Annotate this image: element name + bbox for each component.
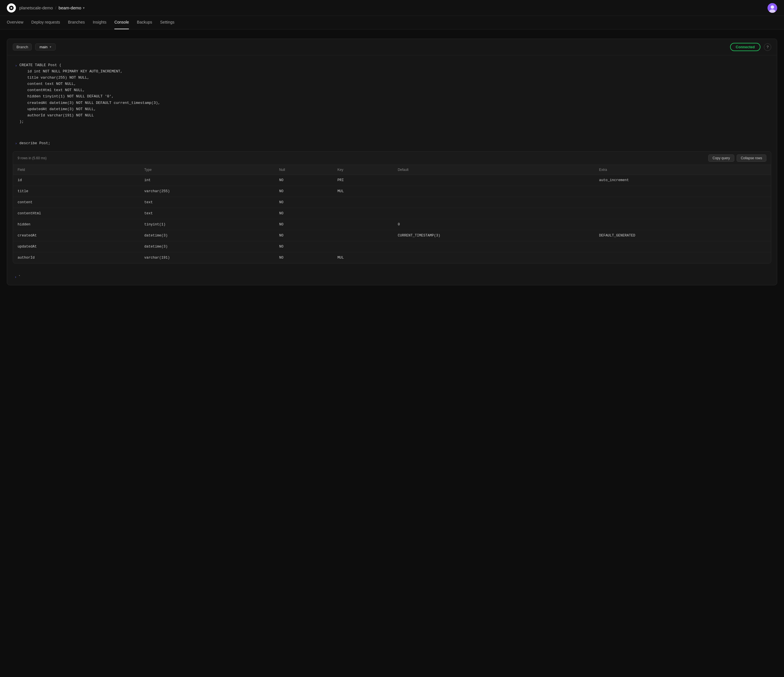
cell-extra	[594, 241, 771, 252]
cell-null: NO	[275, 197, 333, 208]
collapse-rows-button[interactable]: Collapse rows	[737, 154, 766, 162]
cell-default	[393, 252, 594, 263]
cell-field: updatedAt	[13, 241, 140, 252]
table-row: contentHtmltextNO	[13, 208, 771, 219]
branch-chevron-icon: ▾	[50, 45, 51, 49]
code-line-close: );	[19, 119, 160, 125]
branch-select[interactable]: main ▾	[35, 44, 56, 51]
branch-label: Branch	[13, 44, 32, 51]
nav-overview[interactable]: Overview	[7, 16, 23, 29]
cell-null: NO	[275, 241, 333, 252]
cell-field: authorId	[13, 252, 140, 263]
cell-extra	[594, 208, 771, 219]
cell-field: hidden	[13, 219, 140, 230]
describe-command: describe Post;	[19, 141, 50, 145]
cursor-chevron-icon: ›	[15, 275, 16, 279]
cell-field: title	[13, 186, 140, 197]
branch-value: main	[39, 45, 47, 49]
cell-key: PRI	[333, 174, 393, 186]
help-icon[interactable]: ?	[764, 44, 771, 51]
cell-type: text	[140, 197, 274, 208]
cursor-line: › `	[7, 269, 777, 285]
cell-default	[393, 208, 594, 219]
code-area: › CREATE TABLE Post ( id int NOT NULL PR…	[7, 55, 777, 139]
nav-branches[interactable]: Branches	[68, 16, 85, 29]
results-area: 9 rows in (5.60 ms) Copy query Collapse …	[13, 151, 771, 263]
code-line-authorid: authorId varchar(191) NOT NULL	[19, 112, 160, 119]
cell-type: varchar(255)	[140, 186, 274, 197]
cell-default	[393, 197, 594, 208]
code-line-content: content text NOT NULL,	[19, 81, 160, 87]
create-table-block: › CREATE TABLE Post ( id int NOT NULL PR…	[15, 62, 769, 125]
cell-default	[393, 186, 594, 197]
results-meta: 9 rows in (5.60 ms)	[18, 156, 47, 160]
code-line-id: id int NOT NULL PRIMARY KEY AUTO_INCREME…	[19, 68, 160, 75]
cell-null: NO	[275, 230, 333, 241]
table-row: updatedAtdatetime(3)NO	[13, 241, 771, 252]
nav-deploy-requests[interactable]: Deploy requests	[31, 16, 60, 29]
cell-key: MUL	[333, 186, 393, 197]
cell-null: NO	[275, 174, 333, 186]
topbar: planetscale-demo / beam-demo ▾	[0, 0, 784, 16]
table-row: contenttextNO	[13, 197, 771, 208]
cell-null: NO	[275, 186, 333, 197]
table-row: authorIdvarchar(191)NOMUL	[13, 252, 771, 263]
cell-default: 0	[393, 219, 594, 230]
cursor-tick: `	[19, 275, 21, 279]
cell-key: MUL	[333, 252, 393, 263]
col-type: Type	[140, 165, 274, 175]
code-line-create: CREATE TABLE Post (	[19, 62, 160, 68]
table-row: idintNOPRIauto_increment	[13, 174, 771, 186]
cell-default: CURRENT_TIMESTAMP(3)	[393, 230, 594, 241]
console-panel: Branch main ▾ Connected ? › CREATE TABLE…	[7, 39, 777, 285]
col-field: Field	[13, 165, 140, 175]
code-line-hidden: hidden tinyint(1) NOT NULL DEFAULT '0',	[19, 93, 160, 100]
cell-field: contentHtml	[13, 208, 140, 219]
cell-field: createdAt	[13, 230, 140, 241]
branch-bar: Branch main ▾ Connected ?	[7, 39, 777, 55]
nav-backups[interactable]: Backups	[137, 16, 152, 29]
code-line-updatedat: updatedAt datetime(3) NOT NULL,	[19, 106, 160, 112]
subnav: Overview Deploy requests Branches Insigh…	[0, 16, 784, 30]
cell-default	[393, 241, 594, 252]
data-table: Field Type Null Key Default Extra idintN…	[13, 165, 771, 263]
main-content: Branch main ▾ Connected ? › CREATE TABLE…	[0, 30, 784, 294]
cell-key	[333, 197, 393, 208]
copy-query-button[interactable]: Copy query	[708, 154, 734, 162]
cell-type: tinyint(1)	[140, 219, 274, 230]
col-null: Null	[275, 165, 333, 175]
cell-extra	[594, 186, 771, 197]
cell-type: datetime(3)	[140, 230, 274, 241]
cell-type: datetime(3)	[140, 241, 274, 252]
repo-chevron-icon: ▾	[83, 6, 85, 10]
col-key: Key	[333, 165, 393, 175]
logo-icon	[7, 3, 16, 12]
table-header-row: Field Type Null Key Default Extra	[13, 165, 771, 175]
cell-type: text	[140, 208, 274, 219]
cell-null: NO	[275, 219, 333, 230]
avatar[interactable]	[767, 3, 777, 13]
nav-console[interactable]: Console	[114, 16, 129, 29]
svg-point-2	[771, 5, 774, 9]
repo-name[interactable]: beam-demo ▾	[59, 5, 85, 10]
code-line-title: title varchar(255) NOT NULL,	[19, 75, 160, 81]
code-block2-chevron[interactable]: ›	[15, 142, 17, 146]
cell-null: NO	[275, 208, 333, 219]
table-row: hiddentinyint(1)NO0	[13, 219, 771, 230]
describe-block: › describe Post;	[7, 139, 777, 148]
cell-type: varchar(191)	[140, 252, 274, 263]
cell-key	[333, 241, 393, 252]
col-default: Default	[393, 165, 594, 175]
nav-settings[interactable]: Settings	[160, 16, 174, 29]
results-actions: Copy query Collapse rows	[708, 154, 766, 162]
code-block1-chevron[interactable]: ›	[15, 63, 17, 69]
table-row: titlevarchar(255)NOMUL	[13, 186, 771, 197]
code-line-contenthtml: contentHtml text NOT NULL,	[19, 87, 160, 93]
cell-field: content	[13, 197, 140, 208]
org-name[interactable]: planetscale-demo	[19, 5, 53, 10]
connected-badge: Connected	[730, 43, 761, 51]
cell-extra: DEFAULT_GENERATED	[594, 230, 771, 241]
cell-null: NO	[275, 252, 333, 263]
nav-insights[interactable]: Insights	[93, 16, 106, 29]
cell-extra	[594, 197, 771, 208]
